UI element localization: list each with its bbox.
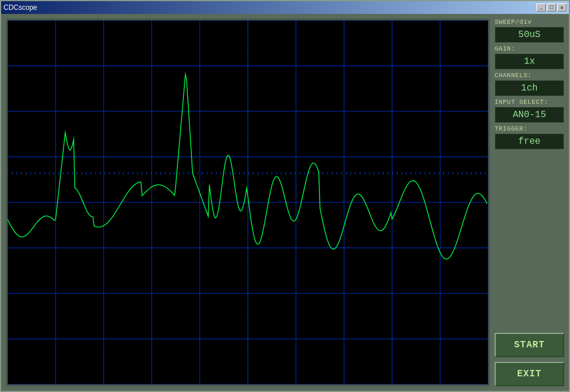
input-group: INPUT SELECT: AN0-15 — [495, 99, 564, 123]
sweep-label: SWEEP/div — [495, 19, 564, 26]
gain-label: GAIN: — [495, 45, 564, 52]
trigger-group: TRIGGER: free — [495, 125, 564, 150]
channels-label: CHANNELS: — [495, 72, 564, 79]
trigger-value[interactable]: free — [495, 133, 564, 150]
trigger-label: TRIGGER: — [495, 125, 564, 132]
close-button[interactable]: ✕ — [557, 3, 567, 12]
minimize-button[interactable]: _ — [536, 3, 546, 12]
input-value[interactable]: AN0-15 — [495, 107, 564, 123]
title-bar: CDCscope _ □ ✕ — [1, 1, 569, 14]
gain-group: GAIN: 1x — [495, 45, 564, 70]
channels-group: CHANNELS: 1ch — [495, 72, 564, 96]
start-button[interactable]: START — [495, 333, 564, 357]
scope-canvas — [8, 20, 488, 384]
maximize-button[interactable]: □ — [547, 3, 556, 12]
gain-value[interactable]: 1x — [495, 53, 564, 70]
channels-value[interactable]: 1ch — [495, 80, 564, 96]
title-buttons: _ □ ✕ — [536, 3, 567, 12]
window-title: CDCscope — [3, 3, 37, 12]
exit-button[interactable]: EXIT — [495, 362, 564, 386]
main-area: SWEEP/div 50uS GAIN: 1x CHANNELS: 1ch IN… — [1, 14, 569, 391]
scope-screen — [8, 20, 488, 384]
input-label: INPUT SELECT: — [495, 99, 564, 106]
scope-container — [6, 19, 490, 386]
control-panel: SWEEP/div 50uS GAIN: 1x CHANNELS: 1ch IN… — [495, 19, 564, 386]
sweep-value[interactable]: 50uS — [495, 27, 564, 43]
main-window: CDCscope _ □ ✕ SWEEP/div 50uS GAIN: 1x C… — [0, 0, 570, 392]
sweep-group: SWEEP/div 50uS — [495, 19, 564, 43]
